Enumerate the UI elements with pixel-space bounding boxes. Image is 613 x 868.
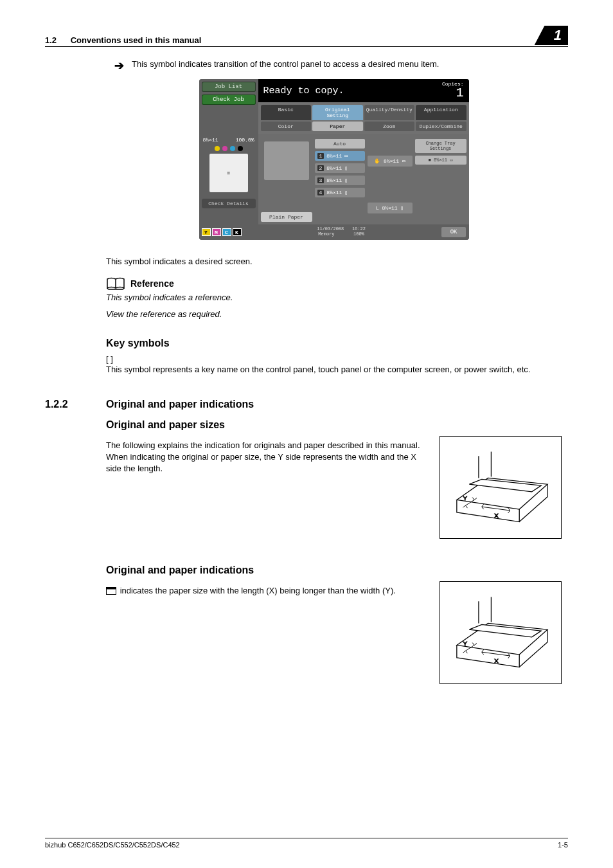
- running-header: 1.2 Conventions used in this manual: [45, 35, 201, 45]
- subtab-zoom[interactable]: Zoom: [364, 122, 415, 131]
- sizes-p2: When indicating the original or paper si…: [106, 451, 427, 475]
- tab-quality-density[interactable]: Quality/Density: [364, 105, 415, 120]
- indications-p1: indicates the paper size with the length…: [106, 585, 427, 597]
- control-panel-screenshot: Job List Check Job Ready to copy. Copies…: [199, 79, 469, 240]
- sizes-p1: The following explains the indication fo…: [106, 440, 427, 451]
- svg-text:Y: Y: [463, 640, 468, 647]
- side-tray-pct: 100.0%: [236, 137, 254, 143]
- reference-line-2: View the reference as required.: [106, 309, 562, 320]
- change-tray-size-button[interactable]: ■ 8½×11 ▭: [415, 156, 466, 165]
- footer-rule: [45, 838, 568, 838]
- preview-icon: ▦: [209, 154, 248, 192]
- key-symbols-desc: This symbol represents a key name on the…: [106, 364, 562, 375]
- copies-display: Copies: 1: [442, 82, 464, 100]
- side-tray-label: 8½×11: [203, 137, 218, 143]
- tab-basic[interactable]: Basic: [261, 105, 312, 120]
- landscape-page-icon: [106, 586, 116, 598]
- reference-heading: Reference: [130, 278, 174, 289]
- copies-value: 1: [442, 87, 464, 100]
- printer-illustration-icon: [264, 141, 309, 180]
- tray-1-button[interactable]: 18½×11 ▭: [315, 151, 365, 161]
- tab-application[interactable]: Application: [416, 105, 466, 120]
- tray-4-button[interactable]: 48½×11 ▯: [315, 188, 365, 197]
- bracket-symbol: [ ]: [106, 354, 562, 364]
- footer-model: bizhub C652/C652DS/C552/C552DS/C452: [45, 841, 180, 849]
- bypass-tray-1[interactable]: ✋ 8½×11 ▭: [368, 156, 413, 167]
- check-details-button[interactable]: Check Details: [202, 199, 256, 208]
- bypass-tray-2[interactable]: L 8½×11 ▯: [368, 203, 413, 213]
- ok-button[interactable]: OK: [441, 227, 466, 237]
- toner-icons: [202, 146, 256, 151]
- key-symbols-heading: Key symbols: [106, 338, 562, 349]
- plain-paper-button[interactable]: Plain Paper: [261, 212, 312, 222]
- indications-heading: Original and paper indications: [106, 565, 562, 576]
- subtab-paper[interactable]: Paper: [312, 122, 363, 131]
- ymck-indicators: Y M C K: [202, 228, 242, 236]
- chapter-badge: 1: [535, 26, 568, 45]
- footer-page-number: 1-5: [558, 841, 568, 849]
- svg-text:Y: Y: [463, 494, 468, 502]
- header-rule: [45, 46, 568, 47]
- tab-original-setting[interactable]: Original Setting: [312, 105, 363, 120]
- desired-screen-text: This symbol indicates a desired screen.: [106, 256, 562, 267]
- status-text: Ready to copy.: [263, 86, 344, 96]
- check-job-button[interactable]: Check Job: [202, 95, 256, 105]
- footer-status: 11/03/2008 16:22 Memory 100%: [317, 227, 366, 237]
- subsection-number: 1.2.2: [45, 399, 106, 410]
- paper-size-figure: Y X: [440, 436, 562, 539]
- subsection-title: Original and paper indications: [106, 399, 254, 410]
- tray-2-button[interactable]: 28½×11 ▯: [315, 163, 365, 173]
- svg-rect-3: [107, 588, 116, 590]
- auto-tray-button[interactable]: Auto: [315, 139, 365, 149]
- paper-indication-figure: Y X: [440, 581, 562, 684]
- arrow-right-icon: ➔: [106, 59, 132, 73]
- subtab-duplex-combine[interactable]: Duplex/Combine: [416, 122, 466, 131]
- job-list-button[interactable]: Job List: [202, 82, 256, 92]
- svg-text:X: X: [494, 656, 499, 664]
- sizes-heading: Original and paper sizes: [106, 419, 562, 431]
- tray-3-button[interactable]: 38½×11 ▯: [315, 176, 365, 185]
- section-title: Conventions used in this manual: [71, 35, 202, 45]
- subtab-color[interactable]: Color: [261, 122, 312, 131]
- reference-book-icon: [106, 276, 125, 291]
- change-tray-settings-button[interactable]: Change Tray Settings: [415, 139, 466, 153]
- section-number: 1.2: [45, 35, 57, 45]
- arrow-description: This symbol indicates transition of the …: [132, 59, 562, 70]
- svg-text:X: X: [494, 511, 499, 518]
- reference-line-1: This symbol indicates a reference.: [106, 292, 562, 303]
